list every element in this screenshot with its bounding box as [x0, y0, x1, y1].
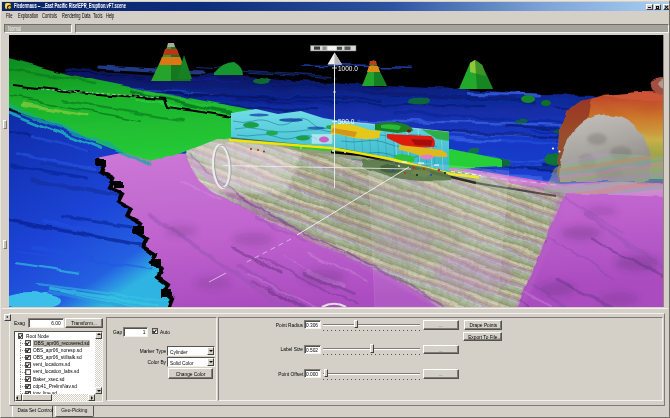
tree-item-checkbox[interactable]	[25, 369, 31, 375]
point-offset-label: Point Offset	[248, 371, 303, 377]
auto-label: Auto	[160, 329, 172, 335]
label-size-more-button[interactable]: ...	[423, 345, 459, 355]
title-bar[interactable]: Fledermaus -- ...East Pacific Rise\EPR_E…	[2, 2, 668, 11]
point-radius-label: Point Radius	[248, 322, 303, 328]
export-to-file-button[interactable]: Export To File...	[463, 332, 503, 342]
chevron-down-icon[interactable]	[207, 347, 215, 355]
scrollbar-corner	[95, 394, 102, 401]
tree-item-label: Root Node	[26, 333, 49, 340]
close-button[interactable]	[663, 4, 670, 11]
mode-indicator: Normal	[4, 24, 72, 33]
label-size-input[interactable]: 0.502	[304, 345, 321, 354]
tab-geo-picking[interactable]: Geo-Picking	[55, 406, 94, 417]
scroll-left-button[interactable]	[15, 394, 22, 401]
scroll-down-button[interactable]	[95, 387, 102, 394]
exag-label: Exag	[14, 320, 28, 326]
app-icon	[5, 3, 11, 9]
dataset-tree[interactable]: Root NodeOBS_apr06_recovered.sdOBS_apr06…	[14, 331, 103, 402]
tree-item-checkbox[interactable]	[25, 376, 31, 382]
tree-item[interactable]: vent_location_labs.sd	[15, 368, 95, 375]
color-by-select[interactable]: Solid Color	[167, 357, 215, 367]
tree-item-label: OBS_apr06_noresp.sd	[33, 347, 82, 354]
marker-type-label: Marker Type	[121, 348, 166, 354]
window-title: Fledermaus -- ...East Pacific Rise\EPR_E…	[14, 2, 195, 11]
gap-input[interactable]: 1	[123, 327, 148, 337]
auto-checkbox[interactable]	[152, 328, 158, 334]
axis-label-500: 500.0	[338, 118, 355, 125]
minimize-button[interactable]	[646, 4, 653, 11]
tree-item-checkbox[interactable]	[25, 384, 31, 390]
splitter-grip[interactable]	[3, 120, 7, 129]
tree-vertical-scrollbar[interactable]	[95, 332, 102, 394]
tree-item[interactable]: OBS_apr06_stilltalk.sd	[15, 354, 95, 361]
tree-item-checkbox[interactable]	[25, 340, 31, 346]
tree-item[interactable]: vent_locations.sd	[15, 361, 95, 368]
menu-help[interactable]: Help	[106, 11, 119, 22]
drape-points-button[interactable]: Drape Points	[464, 320, 502, 330]
toolbar-strip	[75, 24, 669, 33]
slider-ticks	[323, 379, 420, 380]
scene-viewport[interactable]: 1000.0 500.0	[9, 35, 663, 307]
slider-ticks	[323, 354, 420, 355]
point-offset-more-button[interactable]: ...	[423, 369, 459, 379]
tab-data-set-control[interactable]: Data Set Control	[12, 406, 53, 418]
chevron-down-icon[interactable]	[207, 358, 215, 366]
tree-horizontal-scrollbar[interactable]	[15, 394, 95, 401]
label-size-label: Label Size	[248, 346, 303, 352]
slider-ticks	[323, 330, 420, 331]
tree-item-label: OBS_apr06_stilltalk.sd	[33, 354, 82, 361]
tree-item-label: Baker_xsec.sd	[33, 376, 64, 383]
scroll-up-button[interactable]	[95, 332, 102, 339]
color-by-label: Color By	[121, 359, 166, 365]
point-offset-input[interactable]: 0.000	[304, 369, 321, 378]
scroll-right-button[interactable]	[88, 394, 95, 401]
tree-item[interactable]: Baker_xsec.sd	[15, 376, 95, 383]
axis-label-1000: 1000.0	[338, 65, 358, 72]
tree-item[interactable]: Root Node	[15, 333, 95, 340]
tree-item[interactable]: cdp41_PrelimNav.sd	[15, 383, 95, 390]
tree-item-label: OBS_apr06_recovered.sd	[33, 340, 90, 347]
label-size-slider-thumb[interactable]	[370, 344, 374, 353]
point-radius-slider[interactable]	[323, 324, 420, 326]
change-color-button[interactable]: Change Color	[168, 368, 213, 379]
tree-item[interactable]: OBS_apr06_recovered.sd	[15, 340, 95, 347]
menu-bar: FileExplorationControlsRenderingDataTool…	[2, 11, 668, 22]
tree-item-checkbox[interactable]	[25, 348, 31, 354]
restore-button[interactable]	[654, 4, 661, 11]
splitter-grip[interactable]	[3, 240, 7, 249]
tree-item-checkbox[interactable]	[25, 355, 31, 361]
tree-item[interactable]: OBS_apr06_noresp.sd	[15, 347, 95, 354]
scroll-thumb[interactable]	[22, 394, 52, 401]
point-offset-slider-thumb[interactable]	[324, 369, 328, 378]
tree-item-label: cdp41_PrelimNav.sd	[33, 383, 77, 390]
bottom-panel: Exag 6.00 Transform... Root NodeOBS_apr0…	[2, 308, 668, 418]
point-offset-slider[interactable]	[323, 373, 420, 375]
tree-item-checkbox[interactable]	[25, 362, 31, 368]
collapse-panel-button[interactable]	[4, 314, 11, 321]
left-splitter[interactable]	[1, 35, 9, 307]
transform-button[interactable]: Transform...	[65, 318, 103, 328]
point-radius-slider-thumb[interactable]	[354, 320, 358, 329]
point-radius-more-button[interactable]: ...	[423, 320, 459, 330]
point-radius-input[interactable]: 0.306	[304, 320, 321, 329]
tree-item-label: vent_location_labs.sd	[33, 368, 79, 375]
menu-file[interactable]: File	[6, 11, 16, 22]
marker-type-select[interactable]: Cylinder	[167, 346, 215, 356]
toolbar: Normal	[2, 21, 668, 35]
exag-input[interactable]: 6.00	[28, 318, 65, 328]
subpanel-right	[218, 317, 663, 401]
right-edge	[663, 35, 670, 307]
tree-item-label: vent_locations.sd	[33, 361, 70, 368]
